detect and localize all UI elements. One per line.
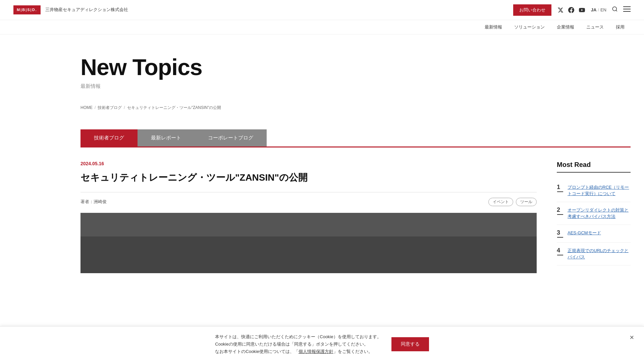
breadcrumb-current: セキュリティトレーニング・ツール"ZANSIN"の公開 xyxy=(127,105,221,111)
article-title: セキュリティトレーニング・ツール"ZANSIN"の公開 xyxy=(80,171,537,184)
hamburger-menu-icon[interactable] xyxy=(623,6,631,14)
nav-recruit[interactable]: 採用 xyxy=(610,20,631,34)
article-divider xyxy=(80,192,537,192)
most-read-num-4: 4 xyxy=(557,247,564,253)
nav-solutions[interactable]: ソリューション xyxy=(508,20,551,34)
logo-area: M|B|S|D. 三井物産セキュアディレクション株式会社 xyxy=(13,5,128,14)
tag-event[interactable]: イベント xyxy=(488,198,513,206)
x-twitter-icon[interactable] xyxy=(557,6,564,14)
svg-point-0 xyxy=(612,7,616,11)
most-read-link-4[interactable]: 正規表現でのURLのチェックとバイパス xyxy=(568,247,631,260)
article-author: 著者：洲崎俊 xyxy=(80,199,107,205)
lang-ja[interactable]: JA xyxy=(591,7,597,12)
lang-en[interactable]: EN xyxy=(600,7,606,12)
header-top: M|B|S|D. 三井物産セキュアディレクション株式会社 お問い合わせ xyxy=(0,0,644,20)
most-read-title: Most Read xyxy=(557,161,631,173)
company-name: 三井物産セキュアディレクション株式会社 xyxy=(45,7,128,13)
most-read-item: 4 正規表現でのURLのチェックとバイパス xyxy=(557,243,631,265)
search-icon[interactable] xyxy=(612,6,618,14)
most-read-item: 2 オープンリダイレクトの対策と考慮すべきバイパス方法 xyxy=(557,202,631,225)
nav-company[interactable]: 企業情報 xyxy=(551,20,580,34)
breadcrumb-home[interactable]: HOME xyxy=(80,105,93,110)
sidebar: Most Read 1 プロンプト経由のRCE（リモートコード実行）について 2… xyxy=(557,161,631,273)
nav-latest[interactable]: 最新情報 xyxy=(479,20,508,34)
contact-button[interactable]: お問い合わせ xyxy=(513,4,551,16)
most-read-link-3[interactable]: AES-GCMモード xyxy=(568,230,601,236)
tab-tech-blog[interactable]: 技術者ブログ xyxy=(80,129,138,146)
most-read-link-2[interactable]: オープンリダイレクトの対策と考慮すべきバイパス方法 xyxy=(568,207,631,220)
tab-corporate-blog[interactable]: コーポレートブログ xyxy=(195,129,267,146)
most-read-list: 1 プロンプト経由のRCE（リモートコード実行）について 2 オープンリダイレク… xyxy=(557,179,631,265)
page-title: New Topics xyxy=(80,55,631,80)
most-read-num-3: 3 xyxy=(557,230,564,236)
nav-news[interactable]: ニュース xyxy=(580,20,610,34)
svg-rect-6 xyxy=(80,237,537,273)
most-read-item: 1 プロンプト経由のRCE（リモートコード実行）について xyxy=(557,179,631,202)
hero-section: New Topics 最新情報 xyxy=(0,35,644,100)
logo[interactable]: M|B|S|D. xyxy=(13,5,41,14)
logo-text: M|B|S|D. xyxy=(17,7,37,12)
hero-subtitle: 最新情報 xyxy=(80,83,631,89)
social-icons xyxy=(557,6,586,14)
youtube-icon[interactable] xyxy=(578,6,586,14)
tab-latest-report[interactable]: 最新レポート xyxy=(138,129,195,146)
most-read-item: 3 AES-GCMモード xyxy=(557,225,631,243)
lang-switcher: JA / EN xyxy=(591,7,606,12)
article-date: 2024.05.16 xyxy=(80,161,537,166)
most-read-num-2: 2 xyxy=(557,207,564,213)
article-tags: イベント ツール xyxy=(488,198,537,206)
breadcrumb-blog[interactable]: 技術者ブログ xyxy=(98,105,122,111)
svg-line-1 xyxy=(616,10,617,11)
tag-tool[interactable]: ツール xyxy=(516,198,537,206)
article-image xyxy=(80,213,537,273)
main-nav: 最新情報 ソリューション 企業情報 ニュース 採用 xyxy=(0,20,644,35)
most-read-link-1[interactable]: プロンプト経由のRCE（リモートコード実行）について xyxy=(568,184,631,197)
tabs-container: 技術者ブログ 最新レポート コーポレートブログ xyxy=(0,123,644,146)
breadcrumb: HOME / 技術者ブログ / セキュリティトレーニング・ツール"ZANSIN"… xyxy=(0,100,644,116)
facebook-icon[interactable] xyxy=(568,6,575,14)
main-wrapper: 2024.05.16 セキュリティトレーニング・ツール"ZANSIN"の公開 著… xyxy=(0,147,644,287)
article-meta: 著者：洲崎俊 イベント ツール xyxy=(80,198,537,206)
header-right: お問い合わせ xyxy=(513,4,631,16)
most-read-num-1: 1 xyxy=(557,184,564,190)
article-area: 2024.05.16 セキュリティトレーニング・ツール"ZANSIN"の公開 著… xyxy=(80,161,537,273)
